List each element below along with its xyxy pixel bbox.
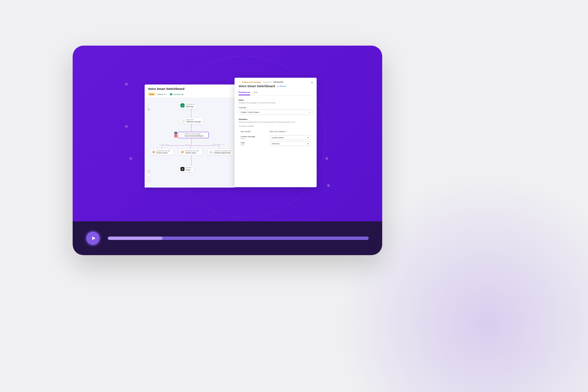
- stop-icon: ■: [180, 167, 185, 171]
- decorative-dot: [325, 157, 328, 160]
- connector: [162, 145, 162, 149]
- variables-table-header: Step variable Map to flow variableⓘ: [239, 129, 313, 134]
- language-label: Language *: [239, 106, 313, 108]
- phone-icon: [170, 93, 172, 95]
- zoom-out-icon[interactable]: −: [147, 183, 151, 187]
- connector: [191, 108, 192, 118]
- panel-tabs: Preferences Exits: [239, 91, 313, 96]
- flow-builder-panel: Voice Smart Switchboard Draft Version 2▾…: [145, 84, 235, 188]
- language-select[interactable]: English, United States ▾: [239, 109, 313, 115]
- panel-title: Voice Smart Switchboard: [239, 84, 275, 88]
- flow-canvas[interactable]: ⌕ {} ◫ + ⛶ − Talk with a doctor Inquiry: [145, 98, 235, 188]
- connector: [191, 155, 192, 166]
- chevron-down-icon: ▾: [309, 111, 310, 113]
- flow-toolbar: Draft Version 2▾ Incoming call: [145, 93, 235, 98]
- video-thumbnail-card: Voice Smart Switchboard Draft Version 2▾…: [73, 46, 382, 255]
- tab-preferences[interactable]: Preferences: [239, 91, 250, 95]
- node-end-flow[interactable]: ■ End flowFinish: [178, 166, 194, 172]
- variable-row: Contact messageString contact reason▾: [239, 135, 313, 140]
- decorative-dot: [125, 125, 128, 128]
- input-heading: Input: [239, 99, 313, 101]
- play-icon: [91, 236, 96, 241]
- node-dial-doctors[interactable]: ☎ Assignment and dialDoctors queue: [150, 149, 173, 155]
- info-icon: ⓘ: [285, 130, 287, 132]
- fullscreen-icon[interactable]: ⛶: [147, 179, 151, 183]
- tab-exits[interactable]: Exits: [253, 91, 258, 95]
- variable-mapping-select[interactable]: transcript▾: [270, 141, 311, 146]
- trigger-chip[interactable]: Incoming call: [170, 93, 183, 95]
- decorative-dot: [125, 83, 128, 85]
- variables-available: 2 variables available: [239, 125, 313, 127]
- variable-row: TopicString transcript▾: [239, 141, 313, 146]
- phone-icon: ✆: [180, 103, 185, 107]
- panel-breadcrumb: 〰 Analyze voice message Powered by NAVIG…: [239, 81, 313, 83]
- rename-button[interactable]: Rename: [277, 85, 286, 87]
- headset-icon: ☎: [152, 150, 155, 154]
- copy-button[interactable]: ⧉: [174, 132, 177, 134]
- comment-icon[interactable]: ◫: [147, 169, 151, 173]
- workspace-screenshot: Voice Smart Switchboard Draft Version 2▾…: [145, 84, 317, 188]
- progress-bar[interactable]: [108, 237, 369, 240]
- variables-icon[interactable]: {}: [147, 107, 151, 111]
- node-play-audio[interactable]: ▷ Play audioWelcome message: [180, 118, 203, 124]
- close-icon[interactable]: ✕: [311, 81, 313, 84]
- connector: [190, 145, 191, 149]
- branch-label: Talk with a doctor: [158, 143, 170, 145]
- config-panel: ✕ 〰 Analyze voice message Powered by NAV…: [235, 78, 317, 187]
- variable-mapping-select[interactable]: contact reason▾: [270, 135, 311, 140]
- chevron-down-icon: ▾: [308, 137, 309, 139]
- decorative-dot: [327, 184, 330, 187]
- edit-icon: [277, 85, 279, 87]
- branch-label: Schedule appointment: [211, 143, 225, 145]
- variables-heading: Variables: [239, 118, 313, 120]
- wave-icon: 〰: [239, 81, 241, 83]
- chevron-down-icon: ▾: [166, 93, 167, 95]
- progress-filled: [108, 237, 163, 240]
- chevron-down-icon: ▾: [308, 143, 309, 145]
- play-button[interactable]: [86, 231, 100, 245]
- delete-button[interactable]: 🗑: [174, 135, 177, 138]
- connector: [191, 124, 192, 132]
- node-incoming-call[interactable]: ✆ Incoming callInitial step: [178, 102, 197, 109]
- headset-icon: ☎: [180, 150, 184, 154]
- flow-title: Voice Smart Switchboard: [145, 84, 235, 93]
- wave-icon: 〰: [180, 133, 183, 137]
- search-icon[interactable]: ⌕: [147, 101, 151, 105]
- variables-help: Define the variables that will be popula…: [239, 121, 313, 123]
- node-analyze-voice[interactable]: 〰 Analyze voice messageVoice Smart Switc…: [178, 132, 209, 138]
- branch-label: Inquiry: [185, 143, 190, 145]
- connector: [191, 139, 192, 145]
- video-preview-area: Voice Smart Switchboard Draft Version 2▾…: [73, 46, 382, 221]
- video-controls: [73, 221, 382, 255]
- play-icon: ▷: [182, 119, 185, 123]
- input-help: Configure the language the component wil…: [239, 102, 313, 104]
- draft-badge: Draft: [148, 93, 155, 96]
- node-schedule[interactable]: ◎ Connect to autopilot voiceSchedule app…: [207, 149, 234, 155]
- node-dial-generic[interactable]: ☎ Assignment and dialGeneric queue: [178, 149, 202, 155]
- bot-icon: ◎: [209, 150, 213, 154]
- zoom-in-icon[interactable]: +: [147, 175, 151, 179]
- connector: [219, 145, 219, 149]
- version-selector[interactable]: Version 2▾: [157, 93, 167, 95]
- decorative-dot: [129, 157, 132, 160]
- selection-toolbar: ⧉ 🗑: [174, 132, 177, 138]
